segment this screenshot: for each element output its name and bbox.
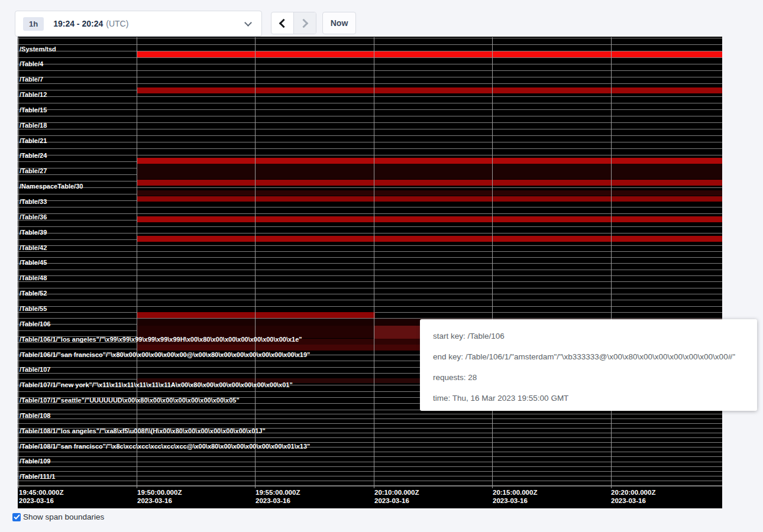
span-boundary-line bbox=[18, 233, 722, 233]
span-tooltip: start key: /Table/106 end key: /Table/10… bbox=[420, 319, 757, 411]
tick-date: 2023-03-16 bbox=[137, 497, 182, 505]
key-row-label: /System/tsd bbox=[20, 46, 56, 53]
span-boundary-line bbox=[18, 77, 722, 77]
key-row-label: /Table/21 bbox=[20, 137, 47, 145]
tooltip-end-key: end key: /Table/106/1/"amsterdam"/"\xb33… bbox=[433, 352, 757, 361]
time-range-badge: 1h bbox=[23, 17, 44, 31]
span-boundary-line bbox=[18, 226, 722, 227]
span-boundary-line bbox=[18, 257, 722, 258]
prev-time-button[interactable] bbox=[271, 12, 294, 34]
span-boundary-line bbox=[18, 306, 722, 307]
key-row-label: /Table/108 bbox=[20, 412, 50, 420]
key-row-label: /Table/27 bbox=[20, 167, 47, 175]
tick-date: 2023-03-16 bbox=[611, 497, 655, 505]
span-boundary-line bbox=[18, 64, 722, 64]
time-range-selector[interactable]: 1h 19:24 - 20:24 (UTC) bbox=[15, 11, 262, 37]
span-boundary-line bbox=[18, 481, 722, 481]
key-row-label: /NamespaceTable/30 bbox=[20, 183, 83, 190]
chevron-left-icon bbox=[279, 18, 288, 28]
span-boundary-line bbox=[18, 275, 722, 276]
span-heat-band bbox=[137, 190, 723, 196]
span-boundary-line bbox=[18, 207, 722, 207]
span-boundary-line bbox=[18, 414, 722, 414]
span-boundary-line bbox=[18, 423, 722, 424]
key-visualizer-canvas[interactable]: /System/tsd/Table/4/Table/7/Table/12/Tab… bbox=[18, 37, 722, 508]
chevron-right-icon bbox=[299, 18, 308, 28]
span-boundary-line bbox=[18, 419, 722, 419]
time-bucket-line bbox=[374, 37, 374, 488]
span-boundary-line bbox=[18, 148, 722, 149]
time-bucket-line bbox=[255, 37, 256, 488]
span-boundary-line bbox=[18, 187, 722, 188]
tick-time: 20:20:00.000Z bbox=[611, 488, 655, 497]
show-span-boundaries-label: Show span boundaries bbox=[23, 512, 104, 521]
span-boundary-line bbox=[18, 109, 722, 110]
span-boundary-line bbox=[18, 294, 722, 294]
span-boundary-line bbox=[18, 300, 722, 300]
span-boundary-line bbox=[18, 462, 722, 462]
span-heat-band bbox=[137, 216, 723, 222]
span-boundary-line bbox=[18, 251, 722, 252]
span-boundary-line bbox=[18, 263, 722, 264]
span-boundary-line bbox=[18, 96, 722, 97]
show-span-boundaries-checkbox[interactable] bbox=[12, 513, 21, 521]
tick-time: 19:45:00.000Z bbox=[19, 488, 63, 497]
span-boundary-line bbox=[18, 486, 722, 486]
key-row-label: /Table/109 bbox=[20, 458, 50, 465]
now-button[interactable]: Now bbox=[322, 12, 356, 34]
key-row-label: /Table/45 bbox=[20, 259, 47, 267]
key-row-label: /Table/15 bbox=[20, 106, 47, 114]
time-axis-tick: 19:55:00.000Z2023-03-16 bbox=[256, 488, 300, 505]
key-row-label: /Table/48 bbox=[20, 274, 47, 282]
tick-time: 19:50:00.000Z bbox=[137, 488, 182, 497]
time-range-label: 19:24 - 20:24 bbox=[53, 19, 103, 28]
key-row-label: /Table/36 bbox=[20, 213, 47, 221]
tick-date: 2023-03-16 bbox=[493, 497, 537, 505]
time-bucket-line bbox=[492, 37, 493, 488]
key-row-label: /Table/106/1/"los angeles"/"\x99\x99\x99… bbox=[20, 336, 302, 343]
span-boundary-line bbox=[18, 38, 722, 38]
time-bucket-line bbox=[611, 37, 612, 488]
next-time-button[interactable] bbox=[294, 12, 316, 34]
tick-date: 2023-03-16 bbox=[19, 497, 63, 505]
span-boundary-line bbox=[18, 452, 722, 452]
check-icon bbox=[14, 514, 20, 520]
span-heat-band bbox=[137, 196, 723, 202]
key-row-label: /Table/7 bbox=[20, 76, 43, 83]
span-heat-band bbox=[137, 236, 723, 242]
key-row-label: /Table/52 bbox=[20, 290, 47, 297]
key-row-label: /Table/108/1/"san francisco"/"\x8c\xcc\x… bbox=[20, 443, 310, 450]
time-axis-tick: 20:20:00.000Z2023-03-16 bbox=[611, 488, 655, 505]
time-axis-tick: 19:45:00.000Z2023-03-16 bbox=[19, 488, 63, 505]
span-heat-band bbox=[137, 180, 723, 186]
tick-time: 20:10:00.000Z bbox=[374, 488, 419, 497]
span-boundary-line bbox=[18, 44, 722, 45]
key-row-label: /Table/55 bbox=[20, 305, 47, 313]
key-row-label: /Table/107/1/"new york"/"\x11\x11\x11\x1… bbox=[20, 381, 293, 389]
time-range-timezone: (UTC) bbox=[106, 19, 128, 28]
tooltip-start-key: start key: /Table/106 bbox=[433, 332, 757, 340]
time-nav-group bbox=[271, 12, 316, 34]
span-boundary-line bbox=[18, 129, 722, 129]
key-row-label: /Table/106/1/"san francisco"/"\x80\x00\x… bbox=[20, 351, 310, 359]
span-boundary-line bbox=[18, 471, 722, 472]
span-boundary-line bbox=[18, 155, 722, 155]
key-row-label: /Table/39 bbox=[20, 229, 47, 236]
span-boundary-line bbox=[18, 70, 722, 71]
tooltip-requests: requests: 28 bbox=[433, 373, 757, 382]
key-row-label: /Table/107/1/"seattle"/"UUUUUUD\x00\x80\… bbox=[20, 397, 240, 404]
tooltip-time: time: Thu, 16 Mar 2023 19:55:00 GMT bbox=[433, 394, 757, 403]
span-heat-band bbox=[137, 312, 375, 318]
span-boundary-line bbox=[18, 437, 722, 438]
span-heat-band bbox=[137, 51, 723, 57]
span-boundary-line bbox=[18, 57, 722, 58]
span-boundary-line bbox=[18, 245, 722, 246]
span-boundary-line bbox=[18, 122, 722, 123]
key-row-label: /Table/4 bbox=[20, 60, 43, 68]
chevron-down-icon bbox=[244, 19, 252, 27]
span-heat-band bbox=[137, 164, 723, 179]
tick-time: 19:55:00.000Z bbox=[256, 488, 300, 497]
span-boundary-line bbox=[18, 213, 722, 214]
time-axis-tick: 20:10:00.000Z2023-03-16 bbox=[374, 488, 419, 505]
key-row-label: /Table/106 bbox=[20, 320, 50, 328]
